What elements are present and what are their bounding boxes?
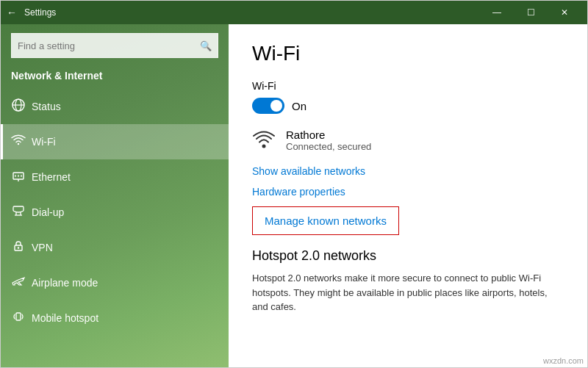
vpn-icon <box>11 239 32 256</box>
window-controls: — ☐ ✕ <box>480 1 581 24</box>
mobile-label: Mobile hotspot <box>32 312 98 324</box>
sidebar-item-ethernet[interactable]: Ethernet <box>1 159 229 195</box>
dialup-label: Dial-up <box>32 206 64 218</box>
sidebar-section-title: Network & Internet <box>1 67 229 89</box>
airplane-icon <box>11 275 32 291</box>
close-button[interactable]: ✕ <box>548 1 581 24</box>
network-info: Rathore Connected, secured <box>286 129 371 152</box>
sidebar-item-dialup[interactable]: Dial-up <box>1 195 229 230</box>
dialup-icon <box>11 204 32 220</box>
sidebar: 🔍 Network & Internet Status <box>1 24 229 367</box>
wifi-section-label: Wi-Fi <box>252 80 564 92</box>
back-button[interactable]: ← <box>7 7 17 18</box>
wifi-label: Wi-Fi <box>32 136 56 148</box>
ethernet-label: Ethernet <box>32 171 71 183</box>
sidebar-item-mobile[interactable]: Mobile hotspot <box>1 300 229 336</box>
hotspot-description: Hotspot 2.0 networks make it more secure… <box>252 271 564 314</box>
page-title: Wi-Fi <box>252 42 564 65</box>
network-status: Connected, secured <box>286 141 371 152</box>
airplane-label: Airplane mode <box>32 277 98 289</box>
ethernet-icon <box>11 169 32 185</box>
sidebar-item-airplane[interactable]: Airplane mode <box>1 265 229 300</box>
settings-window: ← Settings — ☐ ✕ 🔍 Network & Internet <box>0 0 588 368</box>
wifi-toggle-row: On <box>252 98 564 114</box>
search-icon: 🔍 <box>200 40 212 51</box>
hotspot-section-title: Hotspot 2.0 networks <box>252 248 564 264</box>
titlebar: ← Settings — ☐ ✕ <box>1 1 587 24</box>
sidebar-item-wifi[interactable]: Wi-Fi <box>1 124 229 159</box>
maximize-button[interactable]: ☐ <box>514 1 548 24</box>
watermark: wxzdn.com <box>543 356 584 365</box>
wifi-nav-icon <box>11 134 32 150</box>
main-content: 🔍 Network & Internet Status <box>1 24 587 367</box>
status-icon <box>11 98 32 115</box>
network-name: Rathore <box>286 129 371 141</box>
vpn-label: VPN <box>32 242 53 253</box>
wifi-signal-icon <box>252 129 276 152</box>
wifi-toggle[interactable] <box>252 98 284 114</box>
minimize-button[interactable]: — <box>480 1 514 24</box>
svg-point-14 <box>262 145 266 148</box>
right-panel: Wi-Fi Wi-Fi On Rathore <box>229 24 587 367</box>
sidebar-item-status[interactable]: Status <box>1 89 229 124</box>
svg-point-12 <box>18 247 19 248</box>
show-networks-link[interactable]: Show available networks <box>252 165 564 177</box>
window-title: Settings <box>24 7 480 18</box>
manage-networks-box: Manage known networks <box>252 206 399 235</box>
svg-rect-13 <box>16 313 21 320</box>
manage-networks-link[interactable]: Manage known networks <box>265 214 387 227</box>
hardware-props-link[interactable]: Hardware properties <box>252 186 564 198</box>
search-box[interactable]: 🔍 <box>11 33 218 58</box>
search-input[interactable] <box>18 40 200 51</box>
mobile-hotspot-icon <box>11 310 32 326</box>
status-label: Status <box>32 101 61 112</box>
sidebar-item-vpn[interactable]: VPN <box>1 230 229 265</box>
network-item: Rathore Connected, secured <box>252 129 564 152</box>
toggle-state-label: On <box>292 100 306 112</box>
